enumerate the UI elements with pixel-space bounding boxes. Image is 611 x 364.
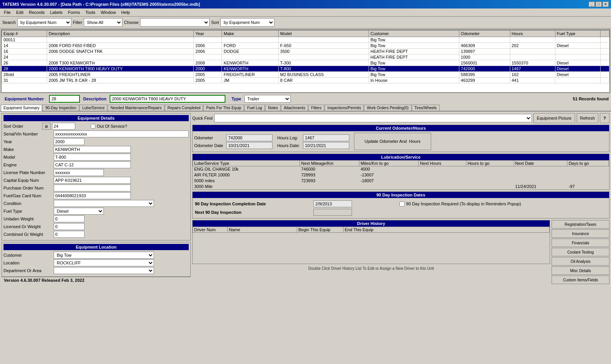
dept-area-select[interactable] — [54, 267, 154, 274]
financials-btn[interactable]: Financials — [552, 239, 609, 247]
license-plate-input[interactable] — [54, 169, 104, 176]
odometer-input[interactable] — [226, 134, 272, 141]
model-input[interactable] — [54, 154, 131, 161]
sort-icon[interactable]: ⊞ — [42, 123, 51, 130]
fuel-type-select[interactable]: Diesel — [54, 208, 104, 215]
driver-col-end[interactable]: End This Equip — [344, 227, 550, 233]
location-select[interactable]: ROCKCLIFF — [54, 259, 154, 266]
oil-analysis-btn[interactable]: Oil Analysis — [552, 257, 609, 266]
equip-desc-input[interactable] — [110, 95, 225, 103]
close-btn[interactable]: ✕ — [603, 2, 609, 7]
menu-file[interactable]: File — [2, 9, 13, 15]
search-select[interactable]: by Equipment Num — [17, 18, 71, 27]
tab-attachments[interactable]: Attachments — [281, 105, 308, 111]
col-year[interactable]: Year — [194, 30, 222, 37]
tab-90-day-inspection[interactable]: 90-Day Inspection — [42, 105, 79, 111]
hours-date-input[interactable] — [303, 142, 349, 149]
col-fuel[interactable]: Fuel Type — [555, 30, 600, 37]
driver-col-name[interactable]: Name — [228, 227, 297, 233]
inspection-required-checkbox[interactable] — [399, 201, 405, 207]
fuel-gas-card-input[interactable] — [54, 192, 131, 199]
tab-tires-wheels[interactable]: Tires/Wheels — [412, 105, 440, 111]
registration-taxes-btn[interactable]: Registration/Taxes — [552, 220, 609, 229]
table-row[interactable]: 00011Big Tow — [2, 37, 609, 43]
filter-select[interactable]: Show All — [84, 18, 122, 27]
menu-window[interactable]: Window — [98, 9, 118, 15]
table-row[interactable]: 142006 FORD F650 F/BED2006FORDF-650Big T… — [2, 43, 609, 49]
capital-equip-input[interactable] — [54, 177, 131, 184]
lube-col-next-date[interactable]: Next Date — [514, 161, 567, 166]
tab-parts-for-this-equip[interactable]: Parts For This Equip — [203, 105, 244, 111]
lubrication-header: Lubrication/Service — [193, 154, 609, 160]
menu-labels[interactable]: Labels — [48, 9, 65, 15]
col-model[interactable]: Model — [278, 30, 369, 37]
table-row[interactable]: 312005 JM TRL 8 CAR - 282005JM8 CARIn Ho… — [2, 78, 609, 83]
table-row[interactable]: 262008 T300 KENWORTH2008KENWORTHT-300Big… — [2, 60, 609, 66]
col-desc[interactable]: Description — [47, 30, 194, 37]
quick-find-input[interactable] — [214, 114, 532, 122]
customer-select[interactable]: Big Tow — [54, 252, 154, 259]
maximize-btn[interactable]: □ — [596, 2, 602, 7]
condition-select[interactable] — [54, 200, 154, 207]
custom-items-btn[interactable]: Custom Items/Fields — [552, 276, 609, 284]
out-of-service-checkbox[interactable] — [91, 124, 95, 129]
make-input[interactable] — [54, 146, 131, 153]
lube-col-next-hours[interactable]: Next Hours — [419, 161, 466, 166]
lube-col-hours-to-go[interactable]: Hours to go — [466, 161, 514, 166]
driver-col-num[interactable]: Driver Num — [193, 227, 228, 233]
table-row[interactable]: 24HEATH FIRE DEPT1000 — [2, 54, 609, 60]
menu-edit[interactable]: Edit — [14, 9, 26, 15]
lube-col-days-to-go[interactable]: Days to go — [567, 161, 609, 166]
next-inspection-input[interactable] — [313, 209, 352, 216]
tab-equipment-summary[interactable]: Equipment Summary — [1, 105, 42, 111]
col-hours[interactable]: Hours — [510, 30, 555, 37]
year-input[interactable] — [54, 138, 85, 145]
equipment-picture-btn[interactable]: Equipment Picture — [533, 113, 575, 123]
lube-col-next-mileage[interactable]: Next Mileage/Km — [300, 161, 359, 166]
tab-inspections-permits[interactable]: Inspections/Permits — [325, 105, 364, 111]
equip-num-input[interactable] — [49, 95, 80, 103]
tab-work-orders-pending-6-[interactable]: Work Orders Pending(6) — [364, 105, 411, 111]
purchase-order-input[interactable] — [54, 185, 131, 191]
unladen-weight-input[interactable] — [54, 215, 85, 222]
menu-tools[interactable]: Tools — [83, 9, 98, 15]
minimize-btn[interactable]: _ — [589, 2, 595, 7]
help-btn[interactable]: ? — [600, 113, 609, 123]
menu-records[interactable]: Records — [27, 9, 47, 15]
tab-filters[interactable]: Filters — [308, 105, 324, 111]
col-odometer[interactable]: Odometer — [459, 30, 510, 37]
tab-fuel-log[interactable]: Fuel Log — [244, 105, 265, 111]
insurance-btn[interactable]: Insurance — [552, 229, 609, 238]
tab-notes[interactable]: Notes — [265, 105, 281, 111]
table-row[interactable]: 282000 KENWORTH T800 HEAVY DUTY2000KENWO… — [2, 66, 609, 72]
col-customer[interactable]: Customer — [369, 30, 459, 37]
tab-repairs-completed[interactable]: Repairs Completed — [165, 105, 203, 111]
sort-order-input[interactable] — [52, 123, 75, 130]
equipment-table: Equip # Description Year Make Model Cust… — [2, 30, 609, 83]
tab-lube-service[interactable]: Lube/Service — [80, 105, 107, 111]
table-row[interactable]: 28old2005 FREIGHTLINER2005FREIGHTLINERM2… — [2, 72, 609, 78]
refresh-btn[interactable]: Refresh — [577, 113, 599, 123]
tab-needed-maintenance-repairs[interactable]: Needed Maintenance/Repairs — [108, 105, 164, 111]
menu-help[interactable]: Help — [119, 9, 132, 15]
coolant-testing-btn[interactable]: Coolant Testing — [552, 248, 609, 256]
menu-forms[interactable]: Forms — [66, 9, 82, 15]
completion-date-input[interactable] — [313, 200, 352, 207]
sort-select[interactable]: by Equipment Num — [220, 18, 274, 27]
equip-type-select[interactable]: Trailer — [244, 95, 291, 103]
engine-input[interactable] — [54, 161, 131, 168]
driver-col-begin[interactable]: Begin This Equip — [297, 227, 344, 233]
table-row[interactable]: 162006 DODGE SNATCH TRK2006DODGE3500HEAT… — [2, 49, 609, 54]
serial-vin-input[interactable] — [54, 130, 189, 137]
lube-col-type[interactable]: Lube/Service Type — [193, 161, 300, 166]
col-make[interactable]: Make — [222, 30, 278, 37]
combined-gr-weight-input[interactable] — [54, 231, 85, 238]
hours-log-input[interactable] — [303, 134, 349, 141]
licensed-gr-weight-input[interactable] — [54, 223, 85, 230]
col-equip[interactable]: Equip # — [2, 30, 47, 37]
odometer-date-input[interactable] — [226, 142, 272, 149]
choose-select[interactable] — [140, 18, 210, 27]
update-odometer-btn[interactable]: Update Odometer And Hours — [354, 133, 431, 150]
lube-col-miles-to-go[interactable]: Miles/Km to go — [359, 161, 419, 166]
misc-details-btn[interactable]: Misc Details — [552, 266, 609, 275]
